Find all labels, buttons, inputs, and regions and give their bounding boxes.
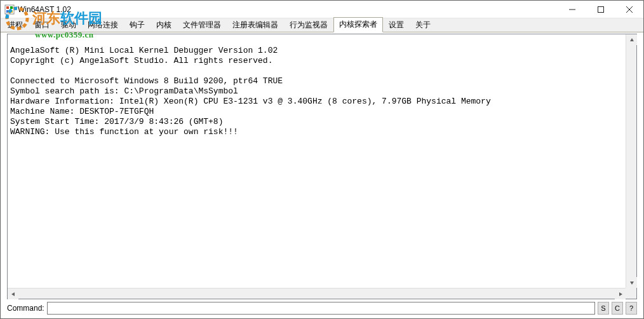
- scroll-down-button[interactable]: [626, 277, 637, 288]
- command-bar: Command: S C ?: [7, 301, 637, 315]
- tab-11[interactable]: 关于: [410, 18, 436, 32]
- tab-3[interactable]: 网络连接: [82, 18, 124, 32]
- svg-rect-6: [598, 7, 603, 13]
- tab-bar: 进程窗口驱动网络连接钩子内核文件管理器注册表编辑器行为监视器内核探索者设置关于: [1, 18, 643, 32]
- scroll-right-button[interactable]: [615, 288, 626, 299]
- titlebar-left: Win64AST 1.02: [1, 4, 71, 15]
- console-output[interactable]: AngelaSoft (R) Mini Local Kernel Debugge…: [8, 34, 636, 299]
- tab-1[interactable]: 窗口: [29, 18, 55, 32]
- console-panel: AngelaSoft (R) Mini Local Kernel Debugge…: [7, 34, 637, 299]
- scroll-corner: [626, 288, 636, 299]
- command-help-button[interactable]: ?: [626, 302, 637, 315]
- minimize-button[interactable]: [558, 1, 586, 18]
- svg-marker-9: [630, 38, 634, 41]
- maximize-button[interactable]: [586, 1, 615, 18]
- window-titlebar: Win64AST 1.02: [1, 1, 643, 18]
- app-icon: [4, 4, 15, 15]
- tab-7[interactable]: 注册表编辑器: [227, 18, 284, 32]
- scrollbar-vertical[interactable]: [626, 34, 636, 288]
- scroll-left-button[interactable]: [8, 288, 18, 299]
- svg-rect-1: [6, 6, 9, 9]
- svg-rect-3: [6, 10, 9, 13]
- tab-0[interactable]: 进程: [2, 18, 29, 32]
- svg-marker-10: [630, 282, 634, 285]
- close-button[interactable]: [615, 1, 643, 18]
- tab-4[interactable]: 钩子: [124, 18, 151, 32]
- tab-9[interactable]: 内核探索者: [333, 17, 383, 32]
- svg-marker-11: [11, 292, 15, 296]
- command-label: Command:: [7, 304, 44, 313]
- tab-5[interactable]: 内核: [151, 18, 177, 32]
- tab-6[interactable]: 文件管理器: [177, 18, 227, 32]
- svg-marker-12: [619, 292, 622, 296]
- command-c-button[interactable]: C: [612, 302, 623, 315]
- tab-8[interactable]: 行为监视器: [284, 18, 333, 32]
- scroll-up-button[interactable]: [626, 34, 637, 45]
- command-input[interactable]: [47, 302, 595, 315]
- window-controls: [558, 1, 643, 18]
- svg-rect-4: [10, 10, 13, 13]
- window-title: Win64AST 1.02: [18, 5, 71, 14]
- tab-2[interactable]: 驱动: [55, 18, 82, 32]
- command-s-button[interactable]: S: [598, 302, 609, 315]
- svg-rect-2: [10, 6, 13, 9]
- scrollbar-horizontal[interactable]: [8, 288, 636, 299]
- tab-10[interactable]: 设置: [383, 18, 410, 32]
